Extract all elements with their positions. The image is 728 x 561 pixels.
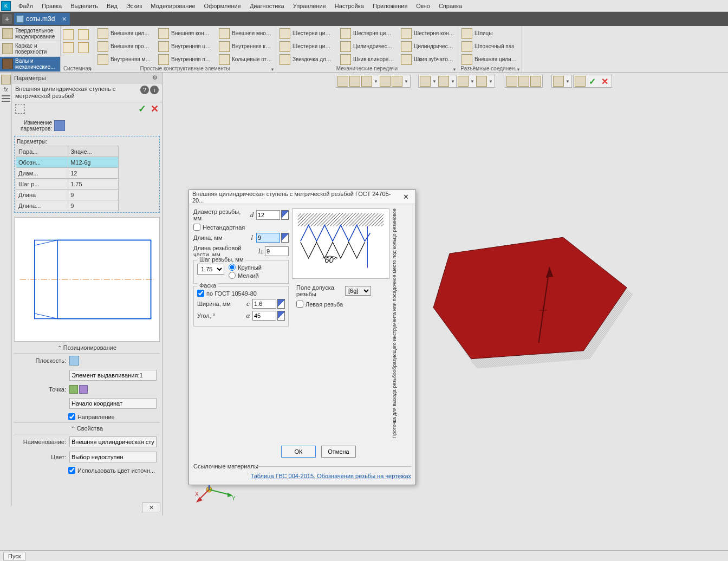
sprocket-icon — [280, 54, 290, 65]
help-icon[interactable]: ? — [140, 86, 149, 94]
section-positioning[interactable]: Позиционирование — [14, 342, 160, 354]
use-src-color-checkbox[interactable] — [68, 467, 75, 474]
print-icon[interactable] — [63, 42, 74, 53]
dialog-titlebar[interactable]: Внешняя цилиндрическая ступень с метриче… — [189, 190, 415, 204]
menu-apps[interactable]: Приложения — [368, 1, 412, 11]
plane-field[interactable] — [69, 370, 157, 381]
ext-prof-button[interactable]: Внешняя профильная с... — [95, 40, 154, 53]
status-bar: Пуск — [0, 550, 728, 561]
svg-marker-22 — [196, 497, 203, 503]
table-row[interactable]: Длина...9 — [16, 200, 119, 211]
ribbon-workspaces: Твердотельное моделирование Каркас и пов… — [0, 26, 61, 72]
chamfer-angle-input[interactable] — [252, 311, 276, 321]
document-tab[interactable]: соты.m3d ✕ — [14, 13, 70, 25]
menu-diag[interactable]: Диагностика — [245, 1, 289, 11]
document-icon — [16, 15, 24, 23]
param-change-row: Изменение параметров: — [14, 118, 160, 134]
expand-icon[interactable] — [277, 311, 285, 321]
ribbon: Твердотельное моделирование Каркас и пов… — [0, 26, 728, 73]
menu-select[interactable]: Выделить — [66, 1, 102, 11]
ext-cyl-icon — [98, 28, 108, 39]
menu-settings[interactable]: Настройка — [330, 1, 368, 11]
length-input[interactable] — [256, 233, 280, 243]
menu-window[interactable]: Окно — [412, 1, 434, 11]
chamfer-width-input[interactable] — [252, 299, 276, 309]
panel-close-button[interactable]: ✕ — [142, 503, 160, 512]
pitch-select[interactable]: 1,75 — [197, 264, 224, 275]
autobuild-icon[interactable] — [15, 104, 25, 114]
menu-modeling[interactable]: Моделирование — [146, 1, 199, 11]
start-tab[interactable]: Пуск — [3, 552, 26, 560]
chamfer-gost-checkbox[interactable] — [197, 290, 204, 297]
menu-design[interactable]: Оформление — [200, 1, 245, 11]
cancel-button[interactable]: Отмена — [321, 446, 356, 458]
svg-text:X: X — [195, 491, 199, 497]
gear-icon[interactable]: ⚙ — [152, 74, 160, 82]
params-table: Пара...Значе... Обозн...M12-6g Диам...12… — [16, 146, 119, 211]
fx-icon[interactable]: fx — [4, 87, 8, 93]
direction-checkbox[interactable] — [68, 413, 75, 420]
params-subheader: Внешняя цилиндрическая ступень с метриче… — [12, 83, 162, 102]
svg-line-3 — [35, 240, 58, 245]
ext-prof-icon — [98, 41, 108, 52]
menu-bar: K Файл Правка Выделить Вид Эскиз Моделир… — [0, 0, 728, 12]
expand-icon[interactable] — [277, 299, 285, 309]
menu-sketch[interactable]: Эскиз — [122, 1, 146, 11]
workspace-surface[interactable]: Каркас и поверхности — [0, 41, 60, 56]
workspace-solid[interactable]: Твердотельное моделирование — [0, 26, 60, 41]
vertical-caption: Проточка для выхода резьбообразующего ин… — [392, 208, 397, 438]
thread-dialog: Внешняя цилиндрическая ступень с метриче… — [188, 190, 416, 485]
expand-icon[interactable] — [281, 233, 289, 243]
menu-file[interactable]: Файл — [14, 1, 37, 11]
apply-button[interactable]: ✓ — [138, 103, 146, 115]
hamburger-icon[interactable] — [2, 95, 10, 102]
saveall-icon[interactable] — [78, 42, 89, 53]
ok-button[interactable]: ОК — [281, 446, 316, 458]
menu-edit[interactable]: Правка — [37, 1, 66, 11]
shaft-icon — [2, 58, 13, 69]
preview-pane — [14, 217, 160, 342]
menu-help[interactable]: Справка — [434, 1, 466, 11]
ribbon-group-system: Системная ▼ — [61, 26, 94, 72]
expand-icon[interactable] — [281, 210, 289, 220]
thread-length-input[interactable] — [265, 246, 289, 256]
close-icon[interactable]: ✕ — [399, 193, 412, 201]
key-icon — [461, 41, 472, 52]
open-icon[interactable] — [63, 29, 74, 40]
calculator-icon[interactable] — [54, 120, 65, 131]
table-row[interactable]: Диам...12 — [16, 168, 119, 179]
svg-line-4 — [35, 314, 58, 319]
ext-cyl-button[interactable]: Внешняя цилиндрическ... — [95, 27, 154, 40]
pitch-coarse-radio[interactable] — [229, 264, 236, 271]
info-icon[interactable]: i — [150, 86, 159, 94]
solid-icon — [2, 28, 13, 39]
point-icon[interactable] — [69, 385, 78, 394]
table-row[interactable]: Шаг р...1.75 — [16, 179, 119, 190]
save-icon[interactable] — [78, 29, 89, 40]
left-thread-checkbox[interactable] — [296, 301, 303, 308]
pitch-fine-radio[interactable] — [229, 272, 236, 279]
menu-view[interactable]: Вид — [102, 1, 122, 11]
plane-icon[interactable] — [69, 356, 79, 366]
point-field[interactable] — [69, 398, 157, 409]
section-properties[interactable]: Свойства — [14, 422, 160, 434]
close-icon[interactable]: ✕ — [62, 16, 67, 23]
tree-icon[interactable] — [1, 75, 11, 84]
diameter-input[interactable] — [256, 210, 280, 220]
int-poly-button[interactable]: Внутренняя многогранна... — [95, 53, 154, 66]
nonstandard-checkbox[interactable] — [193, 224, 200, 231]
surface-icon — [2, 43, 13, 54]
workspace-shafts[interactable]: Валы и механические... — [0, 57, 60, 72]
svg-text:60°: 60° — [324, 256, 336, 264]
cancel-button[interactable]: ✕ — [151, 103, 159, 115]
cyl-icon — [461, 54, 472, 65]
new-tab-button[interactable]: + — [2, 14, 12, 24]
table-row[interactable]: Обозн...M12-6g — [16, 157, 119, 168]
table-row[interactable]: Длина9 — [16, 190, 119, 200]
name-field[interactable] — [69, 436, 157, 447]
gear-icon — [280, 28, 290, 39]
menu-manage[interactable]: Управление — [289, 1, 330, 11]
reference-link[interactable]: Таблица ГВС 004-2015. Обозначения резьбы… — [193, 473, 411, 479]
tolerance-select[interactable]: [6g] — [345, 286, 371, 296]
point-icon-2[interactable] — [79, 385, 88, 394]
